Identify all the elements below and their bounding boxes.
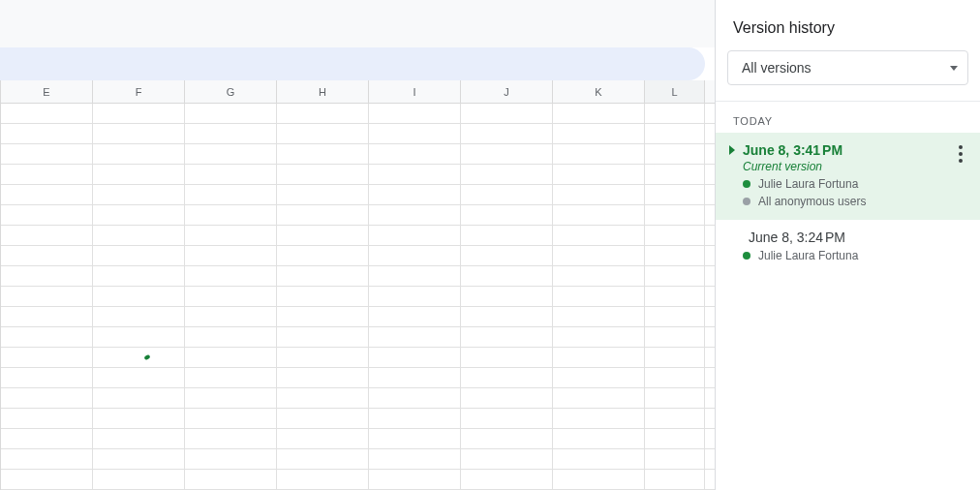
grid-cell[interactable]	[1, 124, 93, 143]
grid-cell[interactable]	[1, 368, 93, 387]
grid-cell[interactable]	[185, 287, 277, 306]
grid-cell[interactable]	[645, 246, 705, 265]
grid-cell[interactable]	[461, 368, 553, 387]
grid-cell[interactable]	[369, 409, 461, 428]
grid-cell[interactable]	[277, 205, 369, 225]
grid-cell[interactable]	[461, 429, 553, 448]
grid-cell[interactable]	[645, 449, 705, 469]
grid-cell[interactable]	[277, 104, 369, 123]
grid-cell[interactable]	[1, 185, 93, 204]
grid-cell[interactable]	[553, 144, 645, 164]
grid-cell[interactable]	[369, 307, 461, 326]
grid-cell[interactable]	[185, 368, 277, 387]
grid-cell[interactable]	[553, 429, 645, 448]
grid-cell[interactable]	[185, 388, 277, 408]
grid-cell[interactable]	[185, 205, 277, 225]
grid-cell[interactable]	[369, 104, 461, 123]
version-item[interactable]: June 8, 3:24 PMJulie Laura Fortuna	[716, 220, 980, 274]
grid-cell[interactable]	[461, 348, 553, 367]
grid-cell[interactable]	[645, 185, 705, 204]
expand-caret-icon[interactable]	[729, 145, 735, 155]
grid-cell[interactable]	[369, 124, 461, 143]
grid-cell[interactable]	[185, 307, 277, 326]
grid-cell[interactable]	[1, 327, 93, 347]
grid-cell[interactable]	[645, 429, 705, 448]
version-item[interactable]: June 8, 3:41 PMCurrent versionJulie Laur…	[716, 133, 980, 220]
grid-cell[interactable]	[1, 144, 93, 164]
column-header[interactable]: F	[93, 80, 185, 103]
grid-cell[interactable]	[93, 266, 185, 286]
grid-cell[interactable]	[369, 348, 461, 367]
grid-cell[interactable]	[369, 246, 461, 265]
grid-cell[interactable]	[1, 307, 93, 326]
grid-cell[interactable]	[93, 104, 185, 123]
grid-cell[interactable]	[185, 348, 277, 367]
grid-cell[interactable]	[277, 124, 369, 143]
grid-cell[interactable]	[1, 104, 93, 123]
grid-cell[interactable]	[461, 388, 553, 408]
grid-cell[interactable]	[369, 470, 461, 489]
grid-cell[interactable]	[93, 368, 185, 387]
grid-cell[interactable]	[645, 409, 705, 428]
grid-cell[interactable]	[553, 266, 645, 286]
grid-cell[interactable]	[369, 429, 461, 448]
grid-cell[interactable]	[93, 226, 185, 245]
version-filter-dropdown[interactable]: All versions	[727, 50, 968, 85]
grid-cell[interactable]	[369, 226, 461, 245]
grid-cell[interactable]	[461, 165, 553, 184]
grid-cell[interactable]	[185, 124, 277, 143]
grid-cell[interactable]	[461, 144, 553, 164]
grid-cell[interactable]	[93, 124, 185, 143]
grid-cell[interactable]	[645, 124, 705, 143]
grid-cell[interactable]	[185, 226, 277, 245]
grid-cell[interactable]	[553, 287, 645, 306]
grid-cell[interactable]	[645, 287, 705, 306]
grid-cell[interactable]	[93, 429, 185, 448]
grid-cell[interactable]	[645, 266, 705, 286]
grid-cell[interactable]	[369, 185, 461, 204]
grid-cell[interactable]	[1, 266, 93, 286]
grid-cell[interactable]	[1, 449, 93, 469]
grid-cell[interactable]	[277, 165, 369, 184]
grid-cell[interactable]	[93, 185, 185, 204]
grid-cell[interactable]	[277, 185, 369, 204]
grid-cell[interactable]	[553, 185, 645, 204]
grid-cell[interactable]	[185, 327, 277, 347]
grid-cell[interactable]	[185, 266, 277, 286]
grid-cell[interactable]	[1, 429, 93, 448]
grid-cell[interactable]	[645, 368, 705, 387]
grid-cell[interactable]	[461, 205, 553, 225]
grid-cell[interactable]	[461, 124, 553, 143]
grid-cell[interactable]	[93, 205, 185, 225]
grid-cell[interactable]	[553, 388, 645, 408]
grid-cell[interactable]	[277, 409, 369, 428]
grid-cell[interactable]	[185, 185, 277, 204]
grid-cell[interactable]	[553, 307, 645, 326]
grid-cell[interactable]	[277, 307, 369, 326]
grid-cell[interactable]	[1, 470, 93, 489]
grid-cell[interactable]	[645, 470, 705, 489]
column-header[interactable]: H	[277, 80, 369, 103]
grid-cell[interactable]	[1, 205, 93, 225]
column-header[interactable]: J	[461, 80, 553, 103]
grid-cell[interactable]	[461, 409, 553, 428]
more-options-icon[interactable]	[951, 142, 970, 166]
grid-cell[interactable]	[461, 470, 553, 489]
grid-cell[interactable]	[553, 470, 645, 489]
grid-cell[interactable]	[277, 287, 369, 306]
grid-cell[interactable]	[277, 368, 369, 387]
grid-cell[interactable]	[461, 449, 553, 469]
column-header[interactable]: L	[645, 80, 705, 103]
grid-cell[interactable]	[645, 388, 705, 408]
grid-cell[interactable]	[369, 165, 461, 184]
grid-cell[interactable]	[1, 165, 93, 184]
sheet-name-bar[interactable]	[0, 47, 705, 80]
grid-cell[interactable]	[645, 104, 705, 123]
grid-cell[interactable]	[461, 266, 553, 286]
grid-cell[interactable]	[553, 246, 645, 265]
grid-cell[interactable]	[461, 327, 553, 347]
grid-cell[interactable]	[185, 246, 277, 265]
grid-cell[interactable]	[369, 388, 461, 408]
grid-cell[interactable]	[277, 348, 369, 367]
grid-cell[interactable]	[277, 429, 369, 448]
